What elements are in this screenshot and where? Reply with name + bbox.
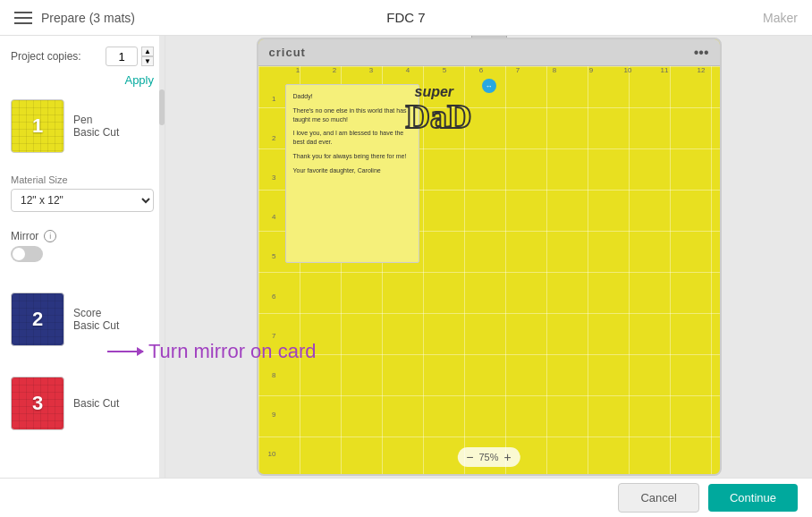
ruler-top-10: 10 [610, 66, 647, 79]
header-device: FDC 7 [386, 10, 425, 25]
mirror-label: Mirror [11, 230, 38, 242]
zoom-out-button[interactable]: − [466, 450, 473, 464]
mat-dots-menu[interactable]: ••• [694, 45, 709, 61]
copies-input[interactable] [106, 47, 138, 66]
ruler-top-12: 12 [683, 66, 720, 79]
mat-thumb-3: 3 [11, 377, 64, 430]
zoom-indicator: − 75% + [457, 447, 520, 467]
card-text-4: Your favorite daughter, Caroline [293, 166, 411, 175]
super-dad-graphic[interactable]: super DaD [406, 84, 513, 156]
canvas-area: cricut ••• 1 2 3 4 5 6 7 8 9 [165, 36, 812, 478]
mat-num-3: 3 [32, 392, 43, 415]
ruler-top-2: 2 [317, 66, 353, 79]
header-left: Prepare (3 mats) [14, 11, 135, 25]
mat-thumb-2: 2 [11, 292, 64, 346]
ruler-top-11: 11 [647, 66, 683, 79]
mat-card[interactable]: Daddy! There's no one else in this world… [285, 84, 419, 263]
copies-up-button[interactable]: ▲ [141, 47, 154, 56]
material-size-select[interactable]: 12" x 12" [11, 189, 154, 212]
mirror-section: Mirror i [11, 221, 154, 266]
material-size-label: Material Size [11, 174, 154, 185]
mirror-row: Mirror i [11, 230, 154, 242]
copies-stepper: ▲ ▼ [141, 47, 154, 66]
cricut-mat: cricut ••• 1 2 3 4 5 6 7 8 9 [257, 38, 722, 476]
cricut-logo: cricut [269, 46, 306, 59]
mat-type-1: Pen [73, 114, 119, 126]
left-panel: Project copies: ▲ ▼ Apply 1 Pen [0, 36, 165, 478]
card-text-3: Thank you for always being there for me! [293, 152, 411, 161]
mat-num-1: 1 [32, 114, 43, 138]
mirror-toggle[interactable] [11, 246, 43, 262]
menu-icon[interactable] [14, 12, 32, 24]
copies-down-button[interactable]: ▼ [141, 56, 154, 66]
main-content: Project copies: ▲ ▼ Apply 1 Pen [0, 36, 812, 478]
mat-thumb-1: 1 [11, 99, 64, 153]
ruler-top-9: 9 [573, 66, 610, 79]
mat-info-3: Basic Cut [73, 397, 119, 410]
material-size-section: Material Size 12" x 12" [11, 165, 154, 212]
ruler-top-1: 1 [280, 66, 317, 79]
left-scrollbar-thumb [159, 89, 165, 125]
mat-cut-2: Basic Cut [73, 319, 119, 332]
copies-row: Project copies: ▲ ▼ [11, 47, 154, 66]
copies-input-group: ▲ ▼ [106, 47, 154, 66]
ruler-left-5: 5 [258, 237, 278, 276]
ruler-left-7: 7 [258, 316, 278, 355]
ruler-top-3: 3 [353, 66, 390, 79]
mat-item-2[interactable]: 2 Score Basic Cut [11, 289, 154, 350]
ruler-left-3: 3 [258, 157, 278, 197]
header-maker: Maker [763, 11, 798, 25]
mat-info-1: Pen Basic Cut [73, 114, 119, 139]
mat-type-2: Score [73, 307, 119, 319]
ruler-left-1: 1 [258, 79, 278, 118]
ruler-top-8: 8 [537, 66, 573, 79]
ruler-left-6: 6 [258, 276, 278, 316]
zoom-in-button[interactable]: + [504, 450, 512, 464]
continue-button[interactable]: Continue [708, 484, 798, 512]
ruler-top-6: 6 [463, 66, 500, 79]
ruler-top-5: 5 [427, 66, 463, 79]
card-text-1: There's no one else in this world that h… [293, 106, 411, 124]
left-scrollbar[interactable] [159, 36, 165, 478]
header: Prepare (3 mats) FDC 7 Maker [0, 0, 812, 36]
mirror-info-icon[interactable]: i [44, 230, 56, 242]
mat-num-2: 2 [32, 308, 43, 331]
apply-button[interactable]: Apply [124, 73, 154, 87]
mat-cut-3: Basic Cut [73, 397, 119, 410]
footer: Cancel Continue [0, 478, 812, 517]
mat-item-1[interactable]: 1 Pen Basic Cut [11, 96, 154, 157]
ruler-left-10: 10 [258, 435, 278, 474]
copies-label: Project copies: [11, 50, 81, 63]
card-text-daddy: Daddy! [293, 92, 411, 101]
card-text-2: I love you, and I am blessed to have the… [293, 129, 411, 147]
ruler-left-4: 4 [258, 198, 278, 237]
ruler-top-7: 7 [500, 66, 537, 79]
ruler-left-8: 8 [258, 355, 278, 394]
mat-cut-1: Basic Cut [73, 126, 119, 139]
mat-list: 1 Pen Basic Cut Material Size 12" x 12" … [11, 96, 154, 434]
ruler-left-2: 2 [258, 118, 278, 157]
resize-handle[interactable] [482, 79, 496, 93]
mat-item-3[interactable]: 3 Basic Cut [11, 373, 154, 434]
dad-text: DaD [406, 97, 472, 136]
ruler-left: 1 2 3 4 5 6 7 8 9 10 [258, 79, 278, 474]
mat-canvas: cricut ••• 1 2 3 4 5 6 7 8 9 [257, 38, 722, 476]
cancel-button[interactable]: Cancel [618, 483, 698, 513]
ruler-left-9: 9 [258, 395, 278, 435]
ruler-top-4: 4 [390, 66, 427, 79]
ruler-top: 1 2 3 4 5 6 7 8 9 10 11 12 [280, 66, 720, 79]
zoom-value: 75% [478, 452, 498, 462]
mat-header-bar: cricut ••• [258, 39, 720, 66]
mat-info-2: Score Basic Cut [73, 307, 119, 332]
header-title: Prepare (3 mats) [41, 11, 135, 25]
